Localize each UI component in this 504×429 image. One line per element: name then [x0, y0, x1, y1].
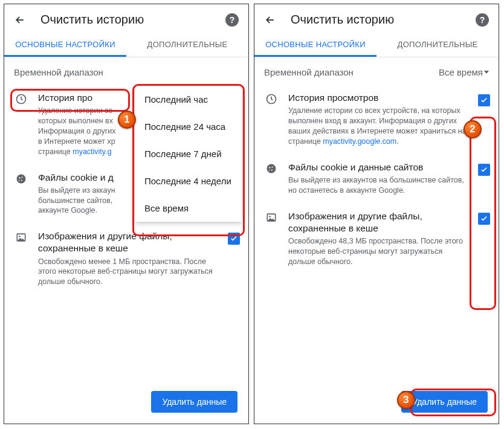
image-icon	[13, 230, 30, 244]
section-cookies[interactable]: Файлы cookie и данные сайтов Вы выйдете …	[254, 155, 499, 204]
tab-advanced[interactable]: ДОПОЛНИТЕЛЬНЫЕ	[126, 33, 248, 57]
help-icon[interactable]: ?	[476, 13, 489, 27]
tabs: ОСНОВНЫЕ НАСТРОЙКИ ДОПОЛНИТЕЛЬНЫЕ	[4, 33, 248, 57]
history-checkbox[interactable]	[478, 94, 490, 106]
annotation-badge-1: 1	[118, 111, 136, 129]
time-range-row[interactable]: Временной диапазон Все время	[254, 57, 499, 86]
svg-point-10	[269, 167, 270, 168]
tab-basic[interactable]: ОСНОВНЫЕ НАСТРОЙКИ	[4, 33, 126, 57]
cookie-icon	[263, 161, 280, 175]
phone-right: Очистить историю ? ОСНОВНЫЕ НАСТРОЙКИ ДО…	[254, 4, 499, 424]
header: Очистить историю ?	[4, 4, 248, 33]
tab-basic[interactable]: ОСНОВНЫЕ НАСТРОЙКИ	[254, 33, 376, 57]
section-cache[interactable]: Изображения и другие файлы, сохраненные …	[4, 224, 248, 295]
annotation-badge-3: 3	[397, 391, 415, 409]
time-range-dropdown: Последний час Последние 24 часа Последни…	[135, 86, 242, 222]
cache-checkbox[interactable]	[478, 213, 490, 225]
cache-desc: Освобождено менее 1 МБ пространства. Пос…	[38, 257, 219, 288]
cache-checkbox[interactable]	[228, 233, 240, 245]
section-history[interactable]: История просмотров Удаление истории со в…	[254, 86, 499, 155]
help-icon[interactable]: ?	[225, 13, 239, 27]
page-title: Очистить историю	[40, 13, 211, 27]
clock-icon	[13, 92, 30, 105]
svg-point-2	[19, 177, 20, 178]
chevron-down-icon	[484, 71, 489, 74]
page-title: Очистить историю	[291, 13, 461, 27]
svg-point-9	[267, 164, 276, 173]
section-cache[interactable]: Изображения и другие файлы, сохраненные …	[254, 204, 499, 276]
time-range-row[interactable]: Временной диапазон	[4, 57, 248, 86]
range-option-7d[interactable]: Последние 7 дней	[135, 140, 242, 167]
time-range-label: Временной диапазон	[14, 67, 239, 77]
cache-title: Изображения и другие файлы, сохраненные …	[38, 230, 219, 254]
history-desc: Удаление истории со всех устройств, на к…	[288, 106, 470, 147]
cookie-icon	[13, 172, 30, 185]
svg-point-5	[19, 179, 20, 181]
back-icon[interactable]	[264, 14, 276, 26]
back-icon[interactable]	[14, 14, 26, 26]
svg-point-11	[272, 166, 273, 167]
clock-icon	[263, 92, 280, 105]
tab-advanced[interactable]: ДОПОЛНИТЕЛЬНЫЕ	[376, 33, 499, 57]
cookies-desc: Вы выйдете из аккаунтов на большинстве с…	[288, 175, 470, 196]
annotation-badge-2: 2	[464, 120, 482, 138]
history-title: История просмотров	[288, 92, 470, 104]
svg-point-13	[269, 169, 270, 170]
range-option-24h[interactable]: Последние 24 часа	[135, 113, 242, 140]
svg-point-4	[21, 179, 22, 181]
svg-point-12	[271, 169, 273, 170]
svg-point-15	[269, 216, 271, 218]
range-option-hour[interactable]: Последний час	[135, 86, 242, 113]
svg-point-3	[22, 176, 23, 178]
cache-title: Изображения и другие файлы, сохраненные …	[288, 210, 470, 234]
svg-point-7	[19, 236, 21, 237]
svg-point-1	[17, 174, 26, 183]
delete-button[interactable]: Удалить данные	[151, 391, 237, 413]
phone-left: Очистить историю ? ОСНОВНЫЕ НАСТРОЙКИ ДО…	[4, 4, 249, 424]
image-icon	[263, 210, 280, 224]
range-option-all[interactable]: Все время	[135, 195, 242, 222]
range-option-4w[interactable]: Последние 4 недели	[135, 167, 242, 195]
time-range-label: Временной диапазон	[264, 67, 439, 77]
tabs: ОСНОВНЫЕ НАСТРОЙКИ ДОПОЛНИТЕЛЬНЫЕ	[254, 33, 499, 57]
header: Очистить историю ?	[254, 4, 499, 33]
cookies-checkbox[interactable]	[478, 164, 490, 176]
cookies-title: Файлы cookie и данные сайтов	[288, 161, 470, 173]
time-range-value: Все время	[439, 67, 489, 77]
cache-desc: Освобождено 48,3 МБ пространства. После …	[288, 236, 470, 267]
